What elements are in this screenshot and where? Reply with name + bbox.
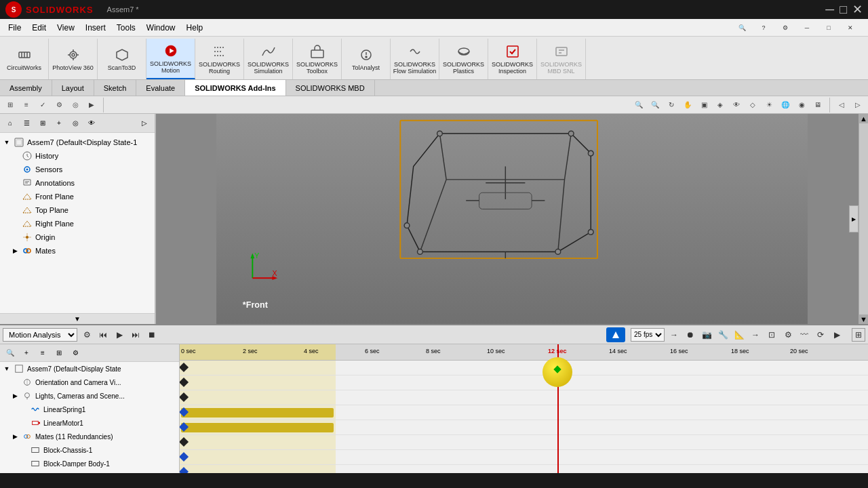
panel-home-btn[interactable]: ⌂ [3,116,18,131]
mt-linearspring1[interactable]: LinearSpring1 [0,403,179,416]
rotate-btn[interactable]: ↻ [664,98,679,113]
ambient-occlusion-btn[interactable]: ◉ [794,98,809,113]
restore-icon[interactable]: □ [819,18,838,37]
perspective-btn[interactable]: ◇ [745,98,760,113]
motion-gear-btn[interactable]: ⚙ [781,328,795,342]
help-icon[interactable]: ? [754,18,773,37]
tree-right-plane[interactable]: Right Plane [0,217,155,230]
close-btn[interactable]: ✕ [852,2,863,17]
collapse-btn[interactable]: ▷ [850,98,865,113]
mt-collapse-btn[interactable]: ≡ [35,346,50,361]
panel-arrow-btn[interactable]: ▷ [137,116,152,131]
view-settings-btn[interactable]: 👁 [729,98,744,113]
panel-eye-btn[interactable]: 👁 [84,116,99,131]
motion-record-btn[interactable]: ⏺ [684,328,697,342]
mt-block-chassis[interactable]: Block-Chassis-1 [0,443,179,457]
addon-circuitworks[interactable]: CircuitWorks [0,39,49,79]
panel-pin-btn[interactable]: + [52,116,66,131]
mt-expand-btn[interactable]: ⊞ [52,346,66,361]
tab-sw-mbd[interactable]: SOLIDWORKS MBD [286,80,375,96]
menu-file[interactable]: File [3,22,26,34]
motion-export-btn[interactable]: → [667,328,681,342]
section-btn[interactable]: ▣ [696,98,711,113]
motion-tool1-btn[interactable]: 🔧 [716,328,730,342]
mt-filter-btn[interactable]: 🔍 [3,346,18,361]
search-btn[interactable]: 🔍 [631,98,646,113]
minimize-window-icon[interactable]: ─ [797,18,816,37]
canvas-scrollbar[interactable]: ▲ ▼ [859,114,868,324]
mt-root[interactable]: ▼ Assem7 (Default<Display State [0,362,179,375]
tab-layout[interactable]: Layout [52,80,94,96]
menu-window[interactable]: Window [141,22,181,34]
property-manager-btn[interactable]: ✓ [35,98,50,113]
panel-list-btn[interactable]: ☰ [19,116,34,131]
menu-tools[interactable]: Tools [111,22,141,34]
mt-mates[interactable]: ▶ Mates (11 Redundancies) [0,430,179,443]
tab-evaluate[interactable]: Evaluate [136,80,185,96]
motion-settings-btn[interactable]: ⚙ [80,328,94,342]
menu-help[interactable]: Help [181,22,209,34]
menu-insert[interactable]: Insert [80,22,111,34]
mt-linearmotor1[interactable]: LinearMotor1 [0,416,179,430]
addon-scanto3d[interactable]: ScanTo3D [98,39,146,79]
monitor-btn[interactable]: 🖥 [810,98,825,113]
minimize-btn[interactable]: ─ [825,3,834,17]
addon-sw-toolbox[interactable]: SOLIDWORKS Toolbox [293,39,342,79]
mt-settings-btn[interactable]: ⚙ [68,346,83,361]
tree-top-plane[interactable]: Top Plane [0,203,155,217]
tree-origin[interactable]: Origin [0,230,155,244]
tree-front-plane[interactable]: Front Plane [0,190,155,203]
pan-btn[interactable]: ✋ [680,98,695,113]
motion-camera-btn[interactable]: 📷 [700,328,713,342]
motion-tool3-btn[interactable]: → [749,328,762,342]
panel-filter-btn[interactable]: ◎ [68,116,83,131]
config-manager-btn[interactable]: ⚙ [52,98,66,113]
panel-settings-btn[interactable]: ⊞ [35,116,50,131]
scroll-down-btn[interactable]: ▼ [859,314,868,324]
motion-wave-btn[interactable]: 〰 [797,328,811,342]
view-orientation-btn[interactable]: ⊞ [3,98,18,113]
scene-btn[interactable]: ☀ [762,98,776,113]
tree-mates[interactable]: ▶ Mates [0,244,155,258]
mt-lights[interactable]: ▶ Lights, Cameras and Scene... [0,389,179,403]
motion-tool4-btn[interactable]: ⊡ [765,328,778,342]
canvas-area[interactable]: Y X *Front ▲ ▼ [156,114,868,324]
tree-root[interactable]: ▼ Assem7 (Default<Display State-1 [0,136,155,149]
tree-history[interactable]: History [0,149,155,163]
close-window-icon[interactable]: ✕ [841,18,860,37]
feature-manager-btn[interactable]: ≡ [19,98,34,113]
addon-sw-motion[interactable]: SOLIDWORKS Motion [146,39,195,79]
tab-sketch[interactable]: Sketch [94,80,137,96]
menu-edit[interactable]: Edit [26,22,52,34]
tab-sw-addins[interactable]: SOLIDWORKS Add-Ins [185,80,285,96]
addon-sw-inspection[interactable]: SOLIDWORKS Inspection [488,39,537,79]
motion-spring-btn[interactable]: ⟳ [814,328,827,342]
custom-manager-btn[interactable]: ▶ [84,98,99,113]
addon-sw-routing[interactable]: SOLIDWORKS Routing [195,39,244,79]
addon-tolanalyst[interactable]: TolAnalyst [342,39,391,79]
expand-left-btn[interactable]: ◁ [834,98,849,113]
motion-more-btn[interactable]: ▶ [830,328,844,342]
search-icon[interactable]: 🔍 [732,18,751,37]
tree-annotations[interactable]: Annotations [0,176,155,190]
mt-block-damper[interactable]: Block-Damper Body-1 [0,457,179,470]
addon-sw-mbd[interactable]: SOLIDWORKS MBD SNL [537,39,586,79]
frame-rate-dropdown[interactable]: 25 fps 30 fps [631,328,665,342]
mt-add-btn[interactable]: + [19,346,34,361]
appearance-btn[interactable]: ◎ [68,98,83,113]
tab-assembly[interactable]: Assembly [0,80,52,96]
playhead-circle[interactable] [542,357,572,387]
save-animation-btn[interactable] [606,327,625,342]
right-panel-collapse-btn[interactable]: ▶ [849,205,859,232]
scroll-up-btn[interactable]: ▲ [859,114,868,123]
tree-sensors[interactable]: Sensors [0,163,155,176]
motion-tool2-btn[interactable]: 📐 [732,328,746,342]
addon-photoview[interactable]: PhotoView 360 [49,39,98,79]
realview-btn[interactable]: 🌐 [778,98,793,113]
motion-type-dropdown[interactable]: Motion Analysis Animation Basic Motion [3,328,77,342]
motion-stop-btn[interactable]: ⏹ [145,328,159,342]
addon-sw-flow[interactable]: SOLIDWORKS Flow Simulation [391,39,439,79]
motion-options-btn[interactable]: ⊞ [852,328,865,342]
mt-orientation[interactable]: Orientation and Camera Vi... [0,375,179,389]
addon-sw-simulation[interactable]: SOLIDWORKS Simulation [244,39,293,79]
